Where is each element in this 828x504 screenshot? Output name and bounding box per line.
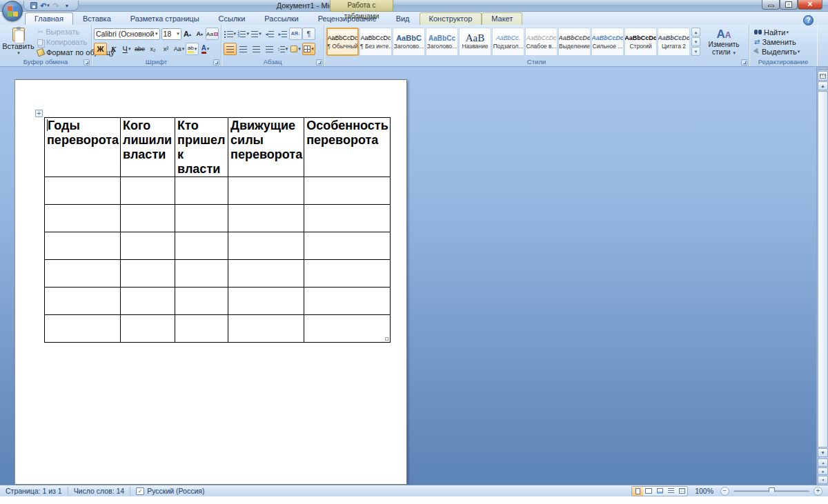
tab-4[interactable]: Ссылки <box>209 12 255 25</box>
table-cell[interactable] <box>121 232 175 260</box>
table-cell[interactable] <box>304 177 391 205</box>
document-page[interactable]: + Годы переворотаКого лишили властиКто п… <box>14 79 407 485</box>
underline-button[interactable]: Ч▾ <box>120 43 133 55</box>
zoom-in-button[interactable]: + <box>814 487 822 496</box>
style-card-9[interactable]: AaBbCcDcСильное ... <box>591 28 624 56</box>
table-cell[interactable] <box>175 177 228 205</box>
zoom-slider[interactable] <box>733 490 809 492</box>
draft-view-button[interactable] <box>676 487 687 496</box>
table-cell[interactable] <box>228 177 304 205</box>
table-cell[interactable] <box>45 177 121 205</box>
table-cell[interactable] <box>228 260 304 288</box>
table-cell[interactable] <box>175 288 228 315</box>
split-handle[interactable] <box>818 67 828 70</box>
save-button[interactable] <box>28 1 39 10</box>
table-cell[interactable] <box>121 260 175 288</box>
table-header-cell-2[interactable]: Кого лишили власти <box>121 118 175 177</box>
page-indicator[interactable]: Страница: 1 из 1 <box>0 485 68 496</box>
bullets-button[interactable]: ▾ <box>224 28 237 40</box>
line-spacing-button[interactable]: ↕▾ <box>276 43 289 55</box>
style-card-3[interactable]: AaBbCЗаголово... <box>393 28 425 56</box>
zoom-slider-thumb[interactable] <box>769 487 775 495</box>
dialog-launcher-styles[interactable] <box>741 59 747 65</box>
table-header-cell-3[interactable]: Кто пришел к власти <box>175 118 228 177</box>
table-cell[interactable] <box>228 315 304 343</box>
dialog-launcher-paragraph[interactable] <box>316 59 322 65</box>
align-left-button[interactable] <box>224 43 237 55</box>
justify-button[interactable] <box>263 43 276 55</box>
style-card-6[interactable]: AaBbCc.Подзагол... <box>492 28 524 56</box>
table-cell[interactable] <box>45 315 121 343</box>
grow-font-button[interactable]: А▴ <box>181 28 194 40</box>
scrollbar-thumb[interactable] <box>818 91 828 447</box>
change-case-button[interactable]: Aa▾ <box>172 43 186 55</box>
decrease-indent-button[interactable]: ◂ <box>263 28 276 40</box>
tab-7[interactable]: Вид <box>386 12 420 25</box>
table-cell[interactable] <box>121 288 175 315</box>
style-card-10[interactable]: AaBbCcDcСтрогий <box>624 28 657 56</box>
sort-button[interactable]: АЯ↓ <box>289 28 302 40</box>
multilevel-list-button[interactable]: ▾ <box>250 28 263 40</box>
find-button[interactable]: Найти ▾ <box>751 28 815 37</box>
table-header-cell-5[interactable]: Особенность переворота <box>304 118 391 177</box>
table-cell[interactable] <box>45 232 121 260</box>
table-cell[interactable] <box>175 205 228 232</box>
superscript-button[interactable]: x² <box>159 43 172 55</box>
dialog-launcher-clipboard[interactable] <box>83 59 90 65</box>
table-cell[interactable] <box>175 232 228 260</box>
paste-button[interactable]: Вставить ▾ <box>2 27 34 57</box>
shrink-font-button[interactable]: А▾ <box>193 28 206 40</box>
tab-8[interactable]: Конструктор <box>420 12 482 25</box>
scroll-down-button[interactable]: ▼ <box>818 448 828 457</box>
gallery-expand-button[interactable]: ▼ <box>691 47 700 56</box>
italic-button[interactable]: К <box>107 43 120 55</box>
next-page-button[interactable]: ▼ <box>818 476 828 484</box>
style-card-1[interactable]: AaBbCcDc¶ Обычный <box>326 28 359 56</box>
increase-indent-button[interactable]: ▸ <box>276 28 289 40</box>
style-card-4[interactable]: AaBbCcЗаголово... <box>426 28 458 56</box>
table-cell[interactable] <box>228 205 304 232</box>
style-card-2[interactable]: AaBbCcDc¶ Без инте... <box>359 28 392 56</box>
highlight-color-button[interactable]: ab▾ <box>186 43 199 55</box>
tab-3[interactable]: Разметка страницы <box>121 12 209 25</box>
help-button[interactable]: ? <box>803 15 814 26</box>
table-cell[interactable] <box>304 205 391 232</box>
dialog-launcher-font[interactable] <box>213 59 219 65</box>
close-button[interactable]: × <box>798 0 822 10</box>
bold-button[interactable]: Ж <box>94 43 107 55</box>
shading-button[interactable]: ▾ <box>289 43 302 55</box>
select-button[interactable]: Выделить ▾ <box>751 48 815 57</box>
table-cell[interactable] <box>121 177 175 205</box>
table-cell[interactable] <box>45 260 121 288</box>
style-card-5[interactable]: АаВНазвание <box>459 28 491 56</box>
reading-view-button[interactable] <box>643 487 654 496</box>
table-cell[interactable] <box>121 205 175 232</box>
customize-qat-button[interactable]: ▾ <box>61 1 72 10</box>
scroll-up-button[interactable]: ▲ <box>818 81 828 90</box>
table-cell[interactable] <box>45 288 121 315</box>
font-size-combobox[interactable]: 18 ▾ <box>161 28 181 40</box>
clear-formatting-button[interactable]: Аа <box>206 28 219 40</box>
align-right-button[interactable] <box>250 43 263 55</box>
table-resize-handle[interactable] <box>385 337 388 341</box>
document-table[interactable]: Годы переворотаКого лишили властиКто при… <box>44 117 391 343</box>
tab-2[interactable]: Вставка <box>73 12 121 25</box>
table-cell[interactable] <box>45 205 121 232</box>
table-move-handle[interactable]: + <box>35 110 43 117</box>
font-color-button[interactable]: А▾ <box>199 43 212 55</box>
gallery-down-button[interactable]: ▼ <box>691 37 700 46</box>
web-layout-view-button[interactable] <box>654 487 665 496</box>
strikethrough-button[interactable]: abe <box>133 43 146 55</box>
gallery-up-button[interactable]: ▲ <box>691 28 700 37</box>
print-layout-view-button[interactable] <box>632 487 643 496</box>
table-cell[interactable] <box>304 232 391 260</box>
align-center-button[interactable] <box>237 43 250 55</box>
word-count[interactable]: Число слов: 14 <box>68 485 130 496</box>
replace-button[interactable]: ⇄ Заменить <box>751 37 815 46</box>
table-header-cell-1[interactable]: Годы переворота <box>45 118 121 177</box>
style-card-11[interactable]: AaBbCcDcЦитата 2 <box>658 28 690 56</box>
zoom-level[interactable]: 100% <box>695 487 713 495</box>
borders-button[interactable]: ▾ <box>302 43 315 55</box>
tab-1[interactable]: Главная <box>25 12 73 25</box>
language-indicator[interactable]: ✓ Русский (Россия) <box>130 485 210 496</box>
